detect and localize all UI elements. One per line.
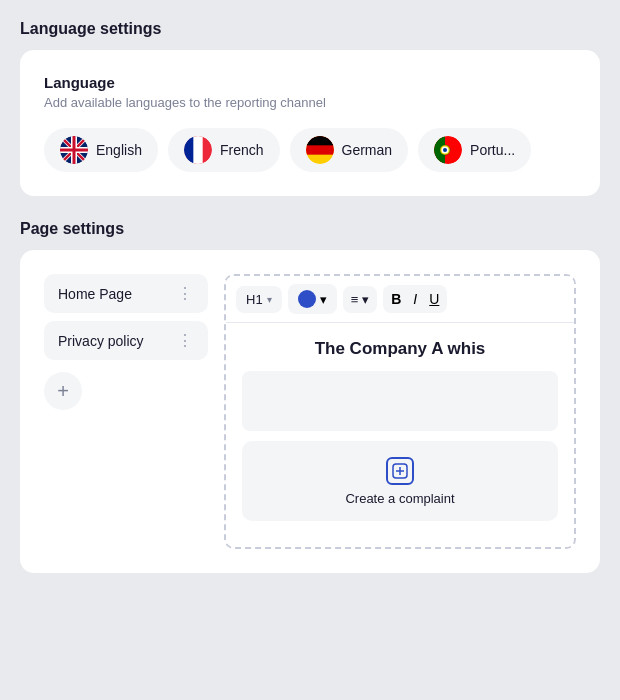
page-item-privacy[interactable]: Privacy policy ⋮ bbox=[44, 321, 208, 360]
language-pill-french[interactable]: French bbox=[168, 128, 280, 172]
bold-button[interactable]: B bbox=[391, 291, 401, 307]
heading-chevron-icon: ▾ bbox=[267, 294, 272, 305]
language-pill-english[interactable]: English bbox=[44, 128, 158, 172]
editor-panel: H1 ▾ ▾ ≡ ▾ B I bbox=[224, 274, 576, 549]
pages-list: Home Page ⋮ Privacy policy ⋮ + bbox=[44, 274, 224, 549]
language-pill-portuguese[interactable]: Portu... bbox=[418, 128, 531, 172]
italic-button[interactable]: I bbox=[413, 291, 417, 307]
pt-flag-icon bbox=[434, 136, 462, 164]
privacy-page-label: Privacy policy bbox=[58, 333, 144, 349]
svg-rect-8 bbox=[60, 149, 88, 152]
language-card: Language Add available languages to the … bbox=[20, 50, 600, 196]
french-label: French bbox=[220, 142, 264, 158]
svg-rect-17 bbox=[306, 136, 334, 145]
editor-text-block[interactable] bbox=[242, 371, 558, 431]
color-picker-button[interactable]: ▾ bbox=[288, 284, 337, 314]
language-row: English French bbox=[44, 128, 576, 172]
page-settings-card: Home Page ⋮ Privacy policy ⋮ + H1 ▾ bbox=[20, 250, 600, 573]
de-flag-icon bbox=[306, 136, 334, 164]
editor-toolbar: H1 ▾ ▾ ≡ ▾ B I bbox=[226, 276, 574, 323]
color-chevron-icon: ▾ bbox=[320, 292, 327, 307]
privacy-page-menu-icon[interactable]: ⋮ bbox=[177, 331, 194, 350]
home-page-menu-icon[interactable]: ⋮ bbox=[177, 284, 194, 303]
language-pill-german[interactable]: German bbox=[290, 128, 409, 172]
add-block-icon bbox=[386, 457, 414, 485]
language-settings-section: Language settings Language Add available… bbox=[20, 20, 600, 196]
text-format-group: B I U bbox=[383, 285, 447, 313]
svg-rect-13 bbox=[184, 136, 193, 164]
align-button[interactable]: ≡ ▾ bbox=[343, 286, 378, 313]
add-page-button[interactable]: + bbox=[44, 372, 82, 410]
portuguese-label: Portu... bbox=[470, 142, 515, 158]
uk-flag-icon bbox=[60, 136, 88, 164]
heading-label: H1 bbox=[246, 292, 263, 307]
heading-selector[interactable]: H1 ▾ bbox=[236, 286, 282, 313]
language-card-desc: Add available languages to the reporting… bbox=[44, 95, 576, 110]
language-settings-title: Language settings bbox=[20, 20, 600, 38]
align-chevron-icon: ▾ bbox=[362, 292, 369, 307]
english-label: English bbox=[96, 142, 142, 158]
align-icon: ≡ bbox=[351, 292, 359, 307]
page-settings-inner: Home Page ⋮ Privacy policy ⋮ + H1 ▾ bbox=[44, 274, 576, 549]
svg-point-23 bbox=[443, 148, 447, 152]
editor-heading-text: The Company A whis bbox=[242, 339, 558, 359]
german-label: German bbox=[342, 142, 393, 158]
underline-button[interactable]: U bbox=[429, 291, 439, 307]
home-page-label: Home Page bbox=[58, 286, 132, 302]
add-block-label: Create a complaint bbox=[345, 491, 454, 506]
page-settings-section: Page settings Home Page ⋮ Privacy policy… bbox=[20, 220, 600, 573]
page-item-home[interactable]: Home Page ⋮ bbox=[44, 274, 208, 313]
add-block-button[interactable]: Create a complaint bbox=[242, 441, 558, 521]
page-settings-title: Page settings bbox=[20, 220, 600, 238]
fr-flag-icon bbox=[184, 136, 212, 164]
editor-content: The Company A whis Create a complaint bbox=[226, 323, 574, 547]
color-dot bbox=[298, 290, 316, 308]
language-card-label: Language bbox=[44, 74, 576, 91]
